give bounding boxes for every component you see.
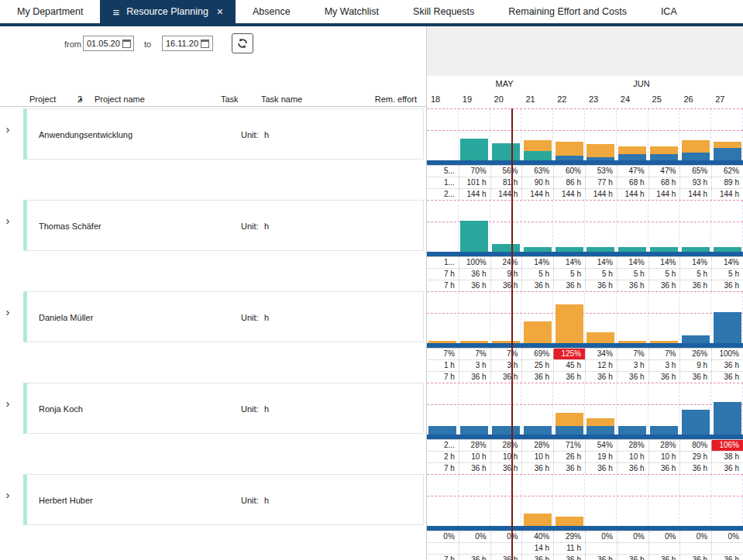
column-task-name[interactable]: Task name: [261, 92, 302, 106]
tab-absence[interactable]: Absence: [236, 0, 308, 23]
capacity-line: [427, 130, 743, 131]
expand-chevron[interactable]: ›: [3, 215, 12, 226]
resource-name: Anwendungsentwicklung: [39, 130, 132, 139]
bar-segment-orange: [586, 144, 614, 157]
value-cell: [648, 543, 680, 554]
expand-chevron[interactable]: ›: [3, 123, 12, 135]
value-cell: 68 h: [617, 177, 648, 188]
tab-remaining-effort-and-costs[interactable]: Remaining Effort and Costs: [491, 0, 644, 23]
resource-card[interactable]: Daniela MüllerUnit:h: [23, 291, 424, 342]
column-project-name[interactable]: Project name: [95, 92, 145, 106]
utilization-bar: [556, 413, 583, 435]
value-cell: 28%: [521, 440, 553, 451]
bar-segment-blue: [714, 312, 741, 343]
column-project[interactable]: Project: [29, 92, 56, 106]
month-label: MAY: [481, 79, 528, 88]
value-cell: 36 h: [679, 280, 711, 291]
grid-column: [459, 475, 490, 531]
resource-name: Herbert Huber: [39, 496, 93, 505]
refresh-icon: [236, 37, 249, 50]
value-cell: 14%: [617, 257, 648, 268]
bar-segment-teal: [492, 244, 520, 252]
value-cell: 24%: [490, 257, 522, 268]
from-date-input[interactable]: 01.05.20: [83, 36, 134, 51]
tab-ica[interactable]: ICA: [644, 0, 694, 23]
utilization-bar: [618, 426, 646, 435]
utilization-bar: [586, 332, 614, 343]
tab-label: My Watchlist: [325, 6, 379, 17]
bar-segment-blue: [460, 426, 488, 435]
value-cell: 101 h: [459, 177, 490, 188]
calendar-icon[interactable]: [122, 40, 131, 48]
value-cell: 36 h: [617, 280, 648, 291]
to-date-input[interactable]: 16.11.20: [162, 36, 213, 51]
resource-card[interactable]: Ronja KochUnit:h: [23, 383, 424, 434]
unit-label: Unit:: [241, 496, 259, 505]
tab-label: ICA: [661, 6, 677, 17]
value-cell: [490, 543, 522, 554]
value-cell: [427, 543, 459, 554]
value-cell: 125%: [553, 349, 585, 359]
capacity-line: [427, 313, 743, 314]
value-cell: 36 h: [648, 372, 680, 383]
unit-label: Unit:: [241, 404, 259, 414]
value-cell: 36 h: [490, 372, 522, 383]
tab-resource-planning[interactable]: ≡Resource Planning×: [100, 0, 236, 23]
value-cell: 28%: [459, 440, 490, 451]
column-rem-effort[interactable]: Rem. effort: [375, 92, 417, 106]
refresh-button[interactable]: [232, 33, 253, 53]
value-cell: 36 h: [617, 463, 648, 474]
value-cell: 36 h: [585, 372, 617, 383]
expand-chevron[interactable]: ›: [3, 306, 12, 318]
close-icon[interactable]: ×: [217, 6, 223, 17]
tab-skill-requests[interactable]: Skill Requests: [396, 0, 491, 23]
tab-my-watchlist[interactable]: My Watchlist: [308, 0, 396, 23]
value-cell: 60%: [553, 166, 585, 177]
value-cell: 70%: [459, 166, 490, 177]
value-cell: 5 h: [585, 269, 617, 280]
timeline-section-3: 2...28%28%28%71%54%28%28%80%106%2 h10 h1…: [427, 383, 743, 474]
value-cell: 36 h: [585, 555, 617, 560]
bar-segment-blue: [650, 426, 678, 435]
calendar-icon[interactable]: [201, 40, 209, 48]
value-cell: [711, 543, 743, 554]
utilization-chart: [427, 108, 743, 165]
utilization-bar: [682, 410, 710, 435]
resource-card[interactable]: Thomas SchäferUnit:h: [23, 200, 424, 251]
value-cell: 28%: [648, 440, 680, 451]
value-cell: 7%: [427, 349, 459, 359]
value-cell: 36 h: [585, 463, 617, 474]
value-cell: 47%: [648, 166, 680, 177]
value-cell: 106%: [711, 440, 743, 451]
value-cell: 3 h: [648, 360, 680, 371]
expand-chevron[interactable]: ›: [3, 397, 12, 409]
column-task[interactable]: Task: [221, 92, 239, 106]
week-label: 21: [521, 91, 553, 108]
bar-segment-orange: [556, 142, 583, 156]
bar-segment-orange: [556, 413, 583, 426]
unit-value: h: [264, 496, 269, 505]
tab-my-department[interactable]: My Department: [0, 0, 100, 23]
utilization-bar: [586, 144, 614, 160]
utilization-bar: [618, 146, 646, 160]
value-cell: 100%: [459, 257, 490, 268]
expand-chevron[interactable]: ›: [3, 489, 12, 500]
value-cell: 5 h: [521, 269, 553, 280]
resource-card[interactable]: Herbert HuberUnit:h: [23, 474, 424, 525]
unit-value: h: [264, 404, 269, 414]
value-cell: 36 h: [617, 372, 648, 383]
value-cell: 2...: [427, 189, 459, 200]
utilization-bar: [650, 426, 678, 435]
value-cell: 5 h: [617, 269, 648, 280]
value-cell: 7%: [490, 349, 522, 359]
grid-column: [585, 475, 617, 531]
value-cell: 36 h: [553, 555, 585, 560]
tab-label: Remaining Effort and Costs: [508, 6, 627, 17]
value-cell: 28%: [490, 440, 522, 451]
bar-segment-orange: [524, 514, 552, 526]
utilization-bar: [460, 139, 488, 160]
grid-column: [490, 292, 522, 348]
resource-card[interactable]: AnwendungsentwicklungUnit:h: [23, 108, 424, 160]
menu-icon[interactable]: ≡: [112, 6, 119, 18]
value-cell: 144 h: [711, 189, 743, 200]
